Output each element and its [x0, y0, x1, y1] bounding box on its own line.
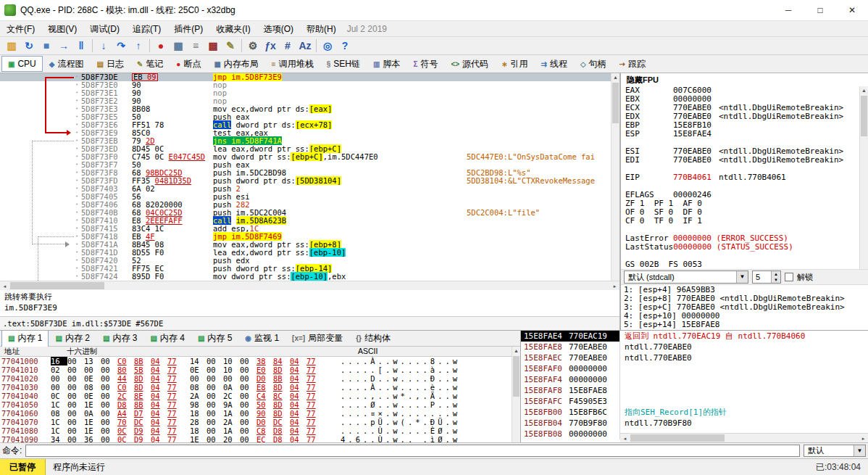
menu-item[interactable]: 追踪(T)	[126, 21, 167, 36]
scrollbar-thumb[interactable]	[513, 356, 519, 397]
stack-row[interactable]: 15E8FAF815E8FAE8	[521, 385, 868, 396]
tab-notes[interactable]: ✎笔记	[130, 55, 170, 73]
scroll-up-icon[interactable]: ▲	[612, 73, 619, 82]
tab-memory-3[interactable]: ▤内存 3	[96, 331, 143, 347]
spin-down-icon[interactable]: ▼	[772, 277, 780, 283]
dump-row[interactable]: 7704106008000A00A4D7047718001A00908D0477…	[0, 409, 512, 418]
tab-watch-1[interactable]: ◉监视 1	[238, 331, 285, 347]
tab-handles[interactable]: ◇句柄	[574, 55, 613, 73]
stack-row[interactable]: 15E8FAF000000000	[521, 363, 868, 374]
hash-icon[interactable]: #	[279, 38, 296, 54]
register-row[interactable]: GS 002B FS 0053	[621, 260, 868, 269]
register-row[interactable]	[621, 182, 868, 191]
scrollbar-thumb[interactable]	[612, 83, 619, 123]
breakpoints-icon[interactable]: ●	[152, 38, 170, 54]
stack-horizontal-scrollbar[interactable]: ◂ ▸	[620, 433, 868, 442]
disassembly-vertical-scrollbar[interactable]: ▲	[611, 73, 619, 281]
tab-symbols[interactable]: Σ符号	[406, 55, 444, 73]
unlock-checkbox[interactable]	[785, 273, 793, 281]
scroll-right-icon[interactable]: ▸	[610, 281, 619, 290]
register-row[interactable]: EIP770B4061ntdll.770B4061	[621, 173, 868, 182]
run-icon[interactable]: →	[55, 38, 72, 54]
stop-icon[interactable]: ■	[38, 38, 55, 54]
settings-icon[interactable]: ⚙	[244, 38, 262, 54]
tab-locals[interactable]: [x=]局部变量	[285, 331, 349, 347]
step-into-icon[interactable]: ↓	[95, 38, 112, 54]
dump-row[interactable]: 7704103000000800C08D047708000A00E88D0477…	[0, 383, 512, 392]
menu-item[interactable]: 视图(V)	[41, 21, 83, 36]
scroll-up-icon[interactable]: ▲	[512, 347, 520, 355]
scroll-right-icon[interactable]: ▸	[859, 434, 868, 442]
dump-row[interactable]: 7704101002000000805B04770E001000E08D0477…	[0, 365, 512, 374]
tab-memory-4[interactable]: ▤内存 4	[143, 331, 191, 347]
maximize-button[interactable]: □	[804, 0, 836, 20]
pause-icon[interactable]: ‖	[72, 38, 90, 54]
close-button[interactable]: ✕	[836, 0, 868, 20]
help-icon[interactable]: ?	[336, 38, 354, 54]
log-icon[interactable]: ≡	[187, 38, 204, 54]
disasm-row[interactable]: •5D8F7424895D F0mov dword ptr ss:[ebp-10…	[0, 273, 611, 281]
tab-memory-5[interactable]: ▤内存 5	[191, 331, 238, 347]
dump-row[interactable]: 770410400C000E002C8E04772A002C00C48C0477…	[0, 392, 512, 400]
tab-call-stack[interactable]: ≡调用堆栈	[265, 55, 320, 73]
tab-seh-chain[interactable]: §SEH链	[320, 55, 367, 73]
step-over-icon[interactable]: ↷	[112, 38, 130, 54]
command-profile-select[interactable]: 默认 ▼	[804, 445, 866, 457]
register-row[interactable]: EAX007C6000	[621, 86, 868, 95]
argument-row[interactable]: 5: [esp+14] 15E8FAE8	[621, 321, 868, 329]
disassembly-horizontal-scrollbar[interactable]: ◂ ▸	[0, 281, 619, 290]
patches-icon[interactable]: ▩	[204, 38, 222, 54]
dump-row[interactable]: 77041090340036000CD904771E002000ECD80477…	[0, 435, 512, 442]
scroll-up-icon[interactable]: ▲	[860, 86, 868, 95]
tab-trace[interactable]: ⇢跟踪	[613, 55, 652, 73]
command-input[interactable]	[25, 445, 800, 457]
register-row[interactable]: EDX770EABE0<ntdll.DbgUiRemoteBreakin>	[621, 112, 868, 121]
hide-fpu-button[interactable]: 隐藏FPU	[621, 73, 868, 86]
minimize-button[interactable]: ─	[772, 0, 804, 20]
font-icon[interactable]: Az	[296, 38, 314, 54]
dump-row[interactable]: 770410501C001E00D88B047798009A00508D0477…	[0, 400, 512, 409]
tab-log[interactable]: ▤日志	[91, 55, 130, 73]
restart-icon[interactable]: ↻	[20, 38, 38, 54]
tab-memory-2[interactable]: ▤内存 2	[49, 331, 96, 347]
chevron-down-icon[interactable]: ▼	[854, 445, 865, 456]
open-file-icon[interactable]: ▥	[3, 38, 20, 54]
calling-convention-select[interactable]: 默认 (stdcall) ▼	[624, 270, 748, 284]
register-row[interactable]: CF 0 TF 0 IF 1	[621, 217, 868, 226]
tab-threads[interactable]: ⇉线程	[534, 55, 573, 73]
registers-scrollbar[interactable]: ▲	[859, 86, 868, 269]
menu-item[interactable]: 插件(P)	[167, 21, 209, 36]
memory-map-icon[interactable]: ▦	[170, 38, 187, 54]
menu-item[interactable]: 选项(O)	[257, 21, 300, 36]
tab-cpu[interactable]: ▣CPU	[1, 56, 43, 72]
functions-icon[interactable]: ƒx	[262, 38, 279, 54]
tab-graph[interactable]: ◆流程图	[43, 55, 91, 73]
spin-up-icon[interactable]: ▲	[772, 271, 780, 277]
argument-count-stepper[interactable]: 5 ▲▼	[752, 270, 781, 284]
run-to-return-icon[interactable]: ↑	[130, 38, 147, 54]
stack-row[interactable]: 15E8FB04770B9F80ntdll.770B9F80	[521, 418, 868, 429]
stack-row[interactable]: 15E8FB0015E8FB6C指向SEH_Record[1]的指针	[521, 407, 868, 418]
stack-row[interactable]: 15E8FAE4770EAC19返回到 ntdll.770EAC19 自 ntd…	[521, 331, 868, 342]
tab-struct[interactable]: {}结构体	[349, 331, 397, 347]
tab-memory-map[interactable]: ▦内存布局	[207, 55, 264, 73]
dump-row[interactable]: 7704100016001300C08B04771400100038840477…	[0, 357, 512, 365]
menu-item[interactable]: 文件(F)	[0, 21, 41, 36]
stack-row[interactable]: 15E8FAEC770EABE0ntdll.770EABE0	[521, 352, 868, 363]
scrollbar-thumb[interactable]	[630, 434, 725, 442]
scrollbar-thumb[interactable]	[861, 96, 867, 136]
scroll-left-icon[interactable]: ◂	[0, 281, 9, 290]
stack-row[interactable]: 15E8FAFCF45905E3	[521, 396, 868, 407]
menu-item[interactable]: 收藏夹(I)	[209, 21, 256, 36]
menu-item[interactable]: 帮助(H)	[300, 21, 343, 36]
comments-icon[interactable]: ✎	[222, 38, 239, 54]
register-row[interactable]: EBP15E8FB10	[621, 121, 868, 130]
dump-vertical-scrollbar[interactable]: ▲	[512, 347, 520, 442]
tab-references[interactable]: ∗引用	[495, 55, 534, 73]
stack-row[interactable]: 15E8FAF400000000	[521, 374, 868, 385]
dump-row[interactable]: 7704102000000E00448D047700000000D08B0477…	[0, 374, 512, 383]
register-row[interactable]: EDI770EABE0<ntdll.DbgUiRemoteBreakin>	[621, 156, 868, 165]
register-row[interactable]: ESP15E8FAE4	[621, 130, 868, 139]
tab-source[interactable]: <>源代码	[444, 55, 495, 73]
scrollbar-thumb[interactable]	[10, 282, 104, 289]
